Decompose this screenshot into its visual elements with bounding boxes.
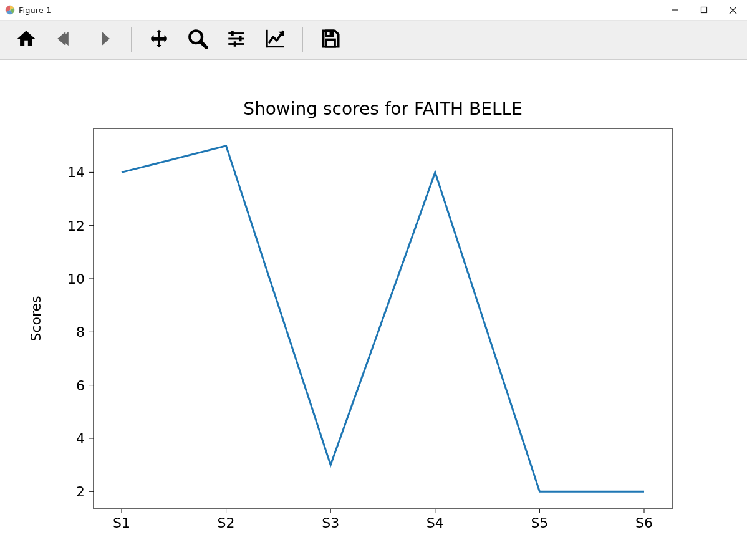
magnify-icon — [187, 28, 208, 52]
zoom-button[interactable] — [184, 26, 211, 54]
y-tick-label: 8 — [76, 324, 85, 340]
save-button[interactable] — [317, 26, 344, 54]
arrow-right-icon — [93, 28, 114, 52]
data-line — [122, 146, 644, 492]
chart-line-icon — [264, 28, 286, 52]
y-axis-label: Scores — [28, 296, 44, 341]
x-tick-label: S4 — [427, 515, 444, 531]
y-tick-label: 14 — [67, 165, 85, 180]
back-button[interactable] — [51, 26, 79, 54]
sliders-icon — [226, 28, 247, 52]
window-titlebar: Figure 1 — [0, 0, 747, 20]
svg-rect-14 — [266, 30, 268, 47]
chart-area: 2468101214S1S2S3S4S5S6Showing scores for… — [0, 60, 747, 560]
svg-rect-11 — [231, 31, 234, 36]
svg-line-7 — [200, 41, 206, 47]
x-tick-label: S3 — [322, 515, 339, 531]
edit-axes-button[interactable] — [261, 26, 289, 54]
y-tick-label: 12 — [67, 218, 85, 234]
svg-rect-12 — [239, 36, 241, 42]
toolbar-separator — [131, 27, 132, 52]
configure-subplots-button[interactable] — [223, 26, 250, 54]
minimize-button[interactable] — [661, 0, 690, 20]
y-tick-label: 10 — [67, 271, 85, 287]
svg-rect-17 — [330, 32, 332, 36]
x-tick-label: S5 — [531, 515, 548, 531]
pan-button[interactable] — [145, 26, 173, 54]
x-tick-label: S2 — [218, 515, 235, 531]
arrow-left-icon — [52, 28, 77, 52]
toolbar-separator — [302, 27, 303, 52]
app-icon — [5, 5, 15, 15]
svg-rect-13 — [234, 41, 236, 47]
y-tick-label: 6 — [76, 378, 85, 393]
svg-rect-15 — [266, 46, 284, 47]
svg-rect-8 — [228, 32, 244, 34]
x-tick-label: S1 — [113, 515, 130, 531]
close-button[interactable] — [718, 0, 747, 20]
save-icon — [320, 28, 341, 52]
y-tick-label: 2 — [76, 484, 85, 500]
maximize-button[interactable] — [690, 0, 718, 20]
move-icon — [148, 28, 170, 52]
matplotlib-toolbar — [0, 20, 747, 60]
window-title: Figure 1 — [19, 6, 51, 15]
chart-title: Showing scores for FAITH BELLE — [243, 99, 523, 119]
x-tick-label: S6 — [635, 515, 653, 531]
svg-rect-18 — [326, 39, 335, 46]
home-icon — [16, 28, 37, 52]
forward-button[interactable] — [90, 26, 117, 54]
svg-rect-9 — [228, 38, 244, 40]
y-tick-label: 4 — [76, 431, 85, 447]
line-chart[interactable]: 2468101214S1S2S3S4S5S6Showing scores for… — [0, 60, 747, 560]
window-controls — [661, 0, 747, 20]
svg-rect-2 — [701, 7, 707, 13]
home-button[interactable] — [12, 26, 40, 54]
